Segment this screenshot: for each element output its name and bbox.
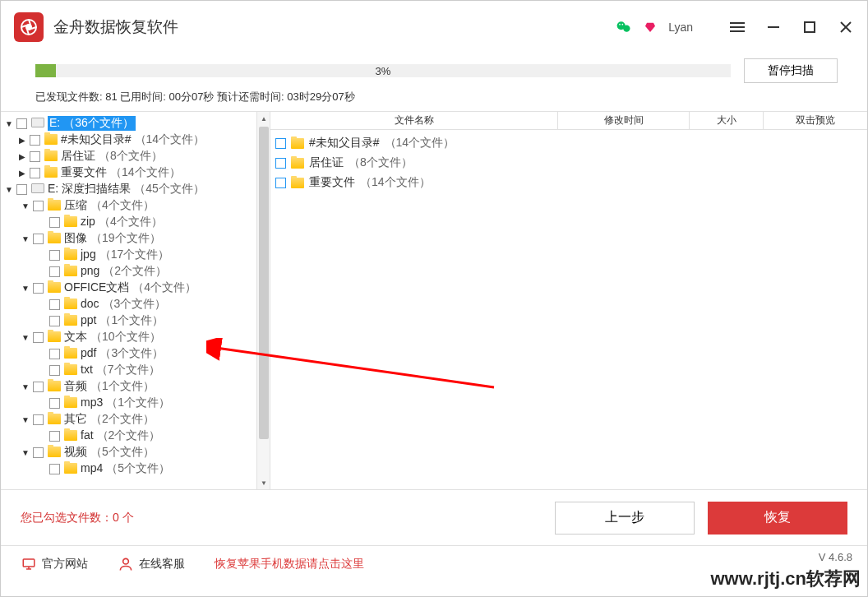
tree-checkbox[interactable] bbox=[30, 135, 40, 146]
tree-checkbox[interactable] bbox=[49, 464, 60, 474]
tree-checkbox[interactable] bbox=[33, 382, 44, 392]
tree-checkbox[interactable] bbox=[33, 283, 44, 294]
progress-percent: 3% bbox=[376, 65, 391, 77]
tree-item[interactable]: mp4（5个文件） bbox=[81, 461, 170, 476]
close-button[interactable] bbox=[838, 19, 854, 35]
app-title: 金舟数据恢复软件 bbox=[53, 16, 178, 38]
tree-checkbox[interactable] bbox=[30, 151, 40, 162]
tree-checkbox[interactable] bbox=[49, 316, 60, 326]
tree-checkbox[interactable] bbox=[33, 447, 44, 458]
folder-icon bbox=[64, 364, 77, 376]
official-site-link[interactable]: 官方网站 bbox=[21, 557, 88, 572]
list-item[interactable]: #未知父目录#（14个文件） bbox=[270, 133, 867, 153]
tree-item-deep-scan[interactable]: E: 深度扫描结果（45个文件） bbox=[48, 182, 205, 197]
tree-item[interactable]: 文本（10个文件） bbox=[64, 330, 161, 345]
col-preview[interactable]: 双击预览 bbox=[764, 112, 867, 129]
tree-checkbox[interactable] bbox=[49, 217, 60, 228]
apple-recovery-link[interactable]: 恢复苹果手机数据请点击这里 bbox=[215, 557, 364, 572]
svg-point-4 bbox=[619, 24, 621, 25]
tree-checkbox[interactable] bbox=[49, 431, 60, 442]
folder-icon bbox=[64, 348, 77, 359]
menu-button[interactable] bbox=[729, 19, 746, 35]
tree-item[interactable]: pdf（3个文件） bbox=[81, 346, 164, 361]
tree-scrollbar[interactable]: ▲ ▼ bbox=[256, 112, 270, 489]
tree-item-drive-e[interactable]: E:（36个文件） bbox=[48, 116, 136, 131]
tree-item[interactable]: txt（7个文件） bbox=[81, 363, 160, 377]
expand-arrow[interactable]: ▼ bbox=[21, 284, 30, 293]
tree-checkbox[interactable] bbox=[16, 118, 27, 129]
tree-checkbox[interactable] bbox=[49, 250, 60, 261]
expand-arrow[interactable]: ▼ bbox=[4, 119, 14, 128]
expand-arrow[interactable]: ▼ bbox=[21, 415, 30, 424]
folder-icon bbox=[64, 463, 77, 474]
scan-status-text: 已发现文件数: 81 已用时间: 00分07秒 预计还需时间: 03时29分07… bbox=[35, 90, 838, 104]
tree-checkbox[interactable] bbox=[49, 365, 60, 376]
tree-item[interactable]: 图像（19个文件） bbox=[64, 231, 161, 246]
tree-item[interactable]: 音频（1个文件） bbox=[64, 379, 155, 394]
recover-button[interactable]: 恢复 bbox=[708, 502, 847, 535]
svg-point-5 bbox=[622, 24, 624, 25]
tree-item[interactable]: mp3（1个文件） bbox=[81, 396, 170, 410]
maximize-button[interactable] bbox=[801, 19, 818, 35]
folder-icon bbox=[48, 200, 61, 211]
scroll-up-arrow[interactable]: ▲ bbox=[257, 112, 270, 125]
expand-arrow[interactable]: ▼ bbox=[21, 234, 30, 243]
minimize-button[interactable] bbox=[765, 19, 782, 35]
tree-checkbox[interactable] bbox=[33, 234, 44, 244]
svg-point-3 bbox=[623, 25, 630, 32]
tree-checkbox[interactable] bbox=[33, 332, 44, 343]
tree-item[interactable]: 重要文件（14个文件） bbox=[61, 165, 181, 180]
expand-arrow[interactable]: ▼ bbox=[21, 333, 30, 342]
heart-icon[interactable] bbox=[644, 21, 657, 34]
tree-checkbox[interactable] bbox=[49, 266, 60, 277]
row-checkbox[interactable] bbox=[275, 158, 286, 169]
tree-checkbox[interactable] bbox=[49, 349, 60, 359]
tree-item[interactable]: ppt（1个文件） bbox=[81, 313, 164, 328]
scroll-down-arrow[interactable]: ▼ bbox=[257, 476, 270, 489]
wechat-icon[interactable] bbox=[616, 19, 632, 35]
footer-action-bar: 您已勾选文件数：0 个 上一步 恢复 bbox=[1, 489, 867, 545]
tree-item[interactable]: 压缩（4个文件） bbox=[64, 198, 155, 213]
app-logo bbox=[14, 12, 44, 42]
tree-checkbox[interactable] bbox=[33, 414, 44, 425]
col-size[interactable]: 大小 bbox=[690, 112, 764, 129]
tree-item[interactable]: png（2个文件） bbox=[81, 264, 167, 279]
expand-arrow[interactable]: ▶ bbox=[17, 152, 27, 161]
row-checkbox[interactable] bbox=[275, 178, 286, 188]
expand-arrow[interactable]: ▼ bbox=[21, 448, 30, 457]
folder-icon bbox=[48, 331, 61, 343]
tree-checkbox[interactable] bbox=[49, 398, 60, 409]
row-checkbox[interactable] bbox=[275, 138, 286, 149]
main-content: ▼E:（36个文件） ▶#未知父目录#（14个文件） ▶居住证（8个文件） ▶重… bbox=[1, 111, 867, 489]
tree-item[interactable]: zip（4个文件） bbox=[81, 215, 163, 229]
tree-checkbox[interactable] bbox=[16, 184, 27, 195]
tree-item[interactable]: 居住证（8个文件） bbox=[61, 149, 163, 164]
tree-checkbox[interactable] bbox=[33, 201, 44, 211]
prev-button[interactable]: 上一步 bbox=[555, 502, 695, 535]
col-modtime[interactable]: 修改时间 bbox=[558, 112, 690, 129]
list-item[interactable]: 居住证（8个文件） bbox=[270, 153, 867, 173]
list-item[interactable]: 重要文件（14个文件） bbox=[270, 173, 867, 192]
tree-item[interactable]: 其它（2个文件） bbox=[64, 412, 155, 427]
tree-item[interactable]: fat（2个文件） bbox=[81, 428, 160, 443]
username-label[interactable]: Lyan bbox=[668, 21, 693, 34]
expand-arrow[interactable]: ▶ bbox=[17, 136, 27, 145]
expand-arrow[interactable]: ▼ bbox=[4, 185, 14, 194]
tree-checkbox[interactable] bbox=[49, 299, 60, 310]
folder-icon bbox=[44, 167, 58, 178]
pause-scan-button[interactable]: 暂停扫描 bbox=[744, 58, 838, 83]
expand-arrow[interactable]: ▼ bbox=[21, 201, 30, 211]
scroll-thumb[interactable] bbox=[259, 127, 269, 439]
expand-arrow[interactable]: ▼ bbox=[21, 382, 30, 391]
tree-item[interactable]: #未知父目录#（14个文件） bbox=[61, 132, 205, 147]
tree-item[interactable]: 视频（5个文件） bbox=[64, 445, 155, 460]
folder-icon bbox=[64, 298, 77, 310]
tree-item[interactable]: doc（3个文件） bbox=[81, 297, 166, 312]
expand-arrow[interactable]: ▶ bbox=[17, 169, 27, 178]
online-support-link[interactable]: 在线客服 bbox=[118, 556, 185, 572]
file-list-panel: 文件名称 修改时间 大小 双击预览 #未知父目录#（14个文件） 居住证（8个文… bbox=[270, 112, 867, 489]
tree-checkbox[interactable] bbox=[30, 168, 40, 178]
tree-item[interactable]: OFFICE文档（4个文件） bbox=[64, 280, 196, 295]
tree-item[interactable]: jpg（17个文件） bbox=[81, 248, 169, 262]
col-filename[interactable]: 文件名称 bbox=[270, 112, 558, 129]
